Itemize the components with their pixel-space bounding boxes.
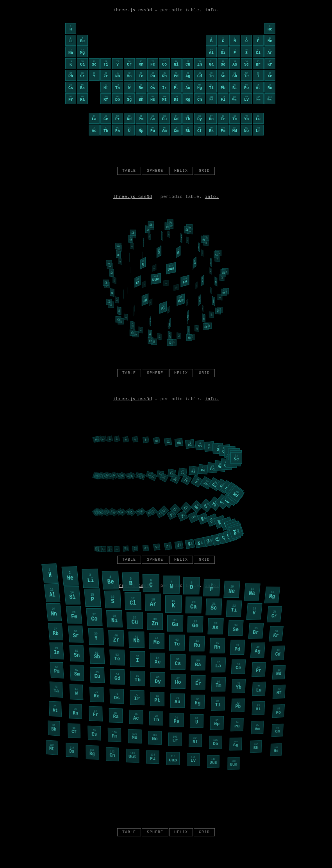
- element-cell[interactable]: 30 Zn: [194, 58, 205, 69]
- element-cell[interactable]: 91 Pa: [112, 125, 123, 135]
- grid-element[interactable]: 98 Cf: [68, 724, 80, 738]
- element-cell[interactable]: 112 Cn: [194, 93, 205, 104]
- sphere-element[interactable]: 6 C: [149, 298, 152, 306]
- sphere-element[interactable]: 111 Rg: [140, 257, 146, 269]
- sphere-btn[interactable]: SPHERE: [142, 167, 168, 175]
- element-cell[interactable]: 93 Np: [136, 125, 146, 135]
- grid-element[interactable]: 14 Si: [64, 586, 81, 604]
- element-cell[interactable]: 99 Es: [206, 125, 217, 135]
- element-cell[interactable]: 16 S: [241, 46, 252, 57]
- grid-element[interactable]: 92 U: [190, 715, 203, 728]
- sphere-element[interactable]: 109 Mt: [177, 246, 181, 258]
- element-cell[interactable]: 34 Se: [241, 58, 252, 69]
- grid-element[interactable]: 38 Sr: [68, 626, 84, 643]
- grid-element[interactable]: 4 Be: [102, 571, 120, 590]
- helix-element[interactable]: 107 Bh: [185, 539, 195, 549]
- element-cell[interactable]: 60 Nd: [124, 113, 135, 124]
- element-cell[interactable]: 11 Na: [65, 46, 76, 57]
- element-cell[interactable]: 22 Ti: [100, 58, 111, 69]
- grid-btn-3[interactable]: GRID: [194, 556, 215, 564]
- helix-element[interactable]: 28 Ni: [188, 466, 198, 476]
- sphere-element[interactable]: 106 Sg: [199, 294, 202, 306]
- sphere-element[interactable]: 97 Bk: [161, 231, 162, 241]
- element-cell[interactable]: 71 Lu: [253, 113, 264, 124]
- grid-element[interactable]: 5 B: [122, 572, 139, 591]
- grid-element[interactable]: 42 Mo: [149, 633, 164, 649]
- helix-element[interactable]: 111 Rg: [143, 545, 149, 551]
- helix-element[interactable]: 14 Si: [195, 440, 205, 450]
- element-cell[interactable]: 50 Sn: [218, 70, 228, 81]
- sphere-element[interactable]: 83 Bi: [116, 250, 121, 258]
- sphere-element[interactable]: 63 Eu: [130, 230, 136, 236]
- grid-element[interactable]: 77 Ir: [130, 690, 145, 705]
- element-cell[interactable]: 55 Cs: [65, 82, 76, 93]
- element-cell[interactable]: 20 Ca: [77, 58, 88, 69]
- helix-element[interactable]: 113 Uut: [123, 546, 129, 552]
- sphere-element[interactable]: 87 Fr: [130, 321, 134, 330]
- element-cell[interactable]: 116 Lv: [241, 93, 252, 104]
- element-cell[interactable]: 46 Pd: [171, 70, 182, 81]
- grid-btn[interactable]: GRID: [194, 167, 215, 175]
- element-cell[interactable]: 75 Re: [136, 82, 146, 93]
- helix-element[interactable]: 9 F: [143, 437, 149, 443]
- sphere-element[interactable]: 115 Uup: [177, 293, 184, 306]
- element-cell[interactable]: 41 Nb: [112, 70, 123, 81]
- element-cell[interactable]: 53 I: [253, 70, 264, 81]
- element-cell[interactable]: 96 Cm: [171, 125, 182, 135]
- element-cell[interactable]: 108 Hs: [147, 93, 158, 104]
- element-cell[interactable]: 48 Cd: [194, 70, 205, 81]
- table-btn-4[interactable]: TABLE: [117, 828, 141, 836]
- element-cell[interactable]: 29 Cu: [182, 58, 193, 69]
- sphere-element[interactable]: 79 Au: [184, 226, 189, 233]
- helix-element[interactable]: 12 Mg: [175, 438, 184, 447]
- sphere-btn-2[interactable]: SPHERE: [142, 369, 168, 377]
- grid-element[interactable]: 97 Bk: [48, 720, 60, 736]
- sphere-element[interactable]: 101 Md: [124, 289, 124, 300]
- grid-element[interactable]: 32 Ge: [187, 617, 203, 633]
- grid-element[interactable]: 9 F: [203, 579, 220, 596]
- sphere-element[interactable]: 116 Lv: [180, 275, 189, 287]
- grid-element[interactable]: 114 Fl: [146, 750, 159, 764]
- element-cell[interactable]: 54 Xe: [264, 70, 275, 81]
- grid-element[interactable]: 79 Au: [170, 693, 185, 708]
- grid-element[interactable]: 18 Ar: [145, 594, 161, 611]
- grid-element[interactable]: 15 P: [84, 589, 101, 607]
- sphere-element[interactable]: 70 Yb: [148, 337, 154, 344]
- sphere-element[interactable]: 20 Ca: [202, 305, 203, 312]
- helix-element[interactable]: 116 Lv: [101, 546, 107, 552]
- sphere-element[interactable]: 67 Ho: [106, 299, 112, 305]
- sphere-element[interactable]: 96 Cm: [181, 233, 182, 243]
- grid-element[interactable]: 51 Sb: [89, 648, 104, 664]
- grid-element[interactable]: 87 Fr: [89, 706, 102, 721]
- helix-element[interactable]: 109 Mt: [164, 542, 172, 551]
- sphere-element[interactable]: 73 Ta: [203, 323, 209, 330]
- element-cell[interactable]: 98 Cf: [194, 125, 205, 135]
- grid-element[interactable]: 75 Re: [90, 687, 104, 702]
- grid-element[interactable]: 74 W: [70, 684, 84, 700]
- element-cell[interactable]: 117 Uus: [253, 93, 264, 104]
- element-cell[interactable]: 61 Pm: [136, 113, 146, 124]
- grid-element[interactable]: 107 Bh: [250, 740, 262, 753]
- sphere-element[interactable]: 36 Kr: [209, 312, 214, 318]
- sphere-element[interactable]: 80 Hg: [165, 222, 170, 230]
- grid-element[interactable]: 37 Rb: [48, 623, 63, 640]
- helix-element[interactable]: 4 Be: [100, 435, 107, 442]
- grid-btn-4[interactable]: GRID: [194, 828, 215, 836]
- grid-element[interactable]: 109 Mt: [46, 740, 57, 755]
- grid-element[interactable]: 16 S: [104, 591, 121, 609]
- helix-element[interactable]: 110 Ds: [153, 544, 161, 551]
- grid-element[interactable]: 104 Rf: [188, 734, 202, 747]
- sphere-element[interactable]: 105 Db: [187, 310, 189, 321]
- grid-element[interactable]: 82 Pb: [232, 699, 245, 712]
- grid-element[interactable]: 20 Ca: [186, 597, 202, 613]
- element-cell[interactable]: 65 Tb: [182, 113, 193, 124]
- grid-element[interactable]: 113 Uut: [126, 749, 139, 763]
- element-cell[interactable]: 73 Ta: [112, 82, 123, 93]
- element-cell[interactable]: 113 Uut: [206, 93, 217, 104]
- grid-element[interactable]: 73 Ta: [50, 682, 63, 698]
- element-cell[interactable]: 83 Bi: [229, 82, 240, 93]
- element-cell[interactable]: 45 Rh: [159, 70, 170, 81]
- grid-element[interactable]: 6 C: [143, 574, 159, 592]
- grid-element[interactable]: 105 Db: [209, 736, 222, 749]
- sphere-element[interactable]: 77 Ir: [214, 251, 219, 258]
